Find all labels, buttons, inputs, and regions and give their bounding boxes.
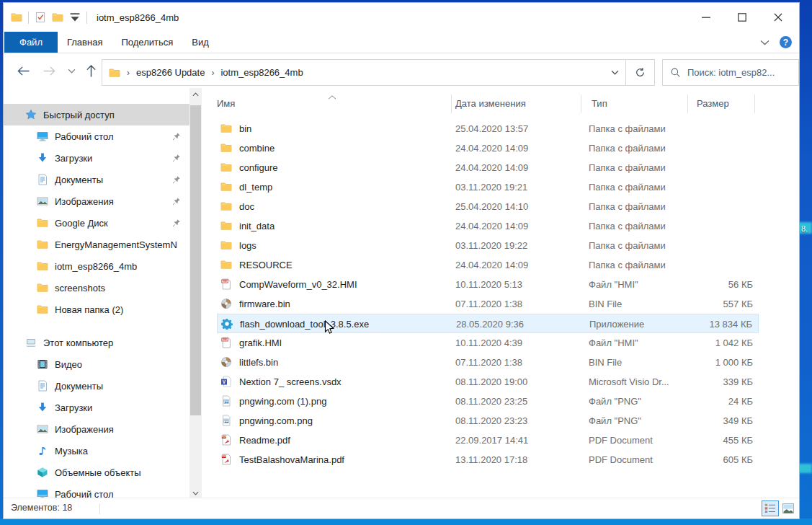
svg-text:PDF: PDF [222,455,226,458]
table-row[interactable]: RESOURCE24.04.2020 14:09Папка с файлами [202,255,800,275]
new-folder-icon[interactable] [52,12,63,23]
row-content[interactable]: HMIgrafik.HMI10.11.2020 4:39Файл "HMI"1 … [217,333,759,353]
column-divider[interactable] [754,94,755,113]
sidebar-item-новая-папка-2-[interactable]: Новая папка (2) [4,299,189,320]
table-row[interactable]: combine24.04.2020 14:09Папка с файлами [202,138,800,158]
pin-icon [171,219,181,228]
properties-check-icon[interactable] [35,12,46,23]
row-content[interactable]: dl_temp03.11.2020 19:21Папка с файлами [217,177,759,197]
status-bar: Элементов: 18 [4,498,799,519]
back-button[interactable] [15,63,31,79]
row-content[interactable]: RESOURCE24.04.2020 14:09Папка с файлами [217,255,759,275]
row-content[interactable]: bin25.04.2020 13:57Папка с файлами [217,119,759,138]
breadcrumb-segment[interactable]: esp8266 Update [136,67,205,78]
table-row[interactable]: logs03.11.2020 19:22Папка с файлами [202,236,800,255]
sidebar-item-изображения[interactable]: Изображения [4,418,189,440]
folder-icon [220,220,232,231]
column-divider[interactable] [581,94,581,113]
breadcrumb-segment[interactable]: iotm_esp8266_4mb [220,67,303,78]
sidebar-item-загрузки[interactable]: Загрузки [4,397,189,418]
sidebar-item-google-диск[interactable]: Google Диск [4,212,189,234]
row-content[interactable]: PDFReadme.pdf22.09.2017 14:41PDF Documen… [217,431,759,450]
row-content[interactable]: pngwing.com.png08.11.2020 23:23Файл "PNG… [217,411,759,431]
row-content[interactable]: pngwing.com (1).png08.11.2020 23:25Файл … [217,392,759,411]
customize-qat-dropdown-icon[interactable] [69,12,81,23]
maximize-button[interactable] [724,6,760,29]
sidebar-item-объемные-объекты[interactable]: Объемные объекты [4,462,189,483]
sidebar-item-изображения[interactable]: Изображения [4,190,189,212]
sidebar-item-документы[interactable]: Документы [4,169,189,190]
details-view-button[interactable] [762,500,779,516]
sidebar-item-рабочий-стол[interactable]: Рабочий стол [4,125,189,147]
sidebar-item-iotm-esp8266-4mb[interactable]: iotm_esp8266_4mb [4,255,189,277]
sidebar-item-документы[interactable]: Документы [4,375,189,397]
sort-ascending-icon[interactable] [328,91,336,95]
table-row[interactable]: PDFTestBalashovaMarina.pdf13.11.2020 17:… [202,450,800,469]
row-content[interactable]: firmware.bin07.11.2020 1:38BIN File557 К… [217,294,759,314]
large-icons-view-button[interactable] [780,500,797,516]
row-content[interactable]: init_data24.04.2020 14:09Папка с файлами [217,216,759,236]
table-row[interactable]: littlefs.bin07.11.2020 1:38BIN File1 000… [202,353,800,372]
recent-locations-chevron-icon[interactable] [66,63,77,79]
tab-view[interactable]: Вид [182,32,218,53]
file-type: Файл "PNG" [589,392,641,411]
up-button[interactable] [83,63,99,79]
sidebar-item-этот-компьютер[interactable]: Этот компьютер [4,332,189,353]
column-header-date-modified[interactable]: Дата изменения [455,98,526,109]
tab-home[interactable]: Главная [58,32,112,53]
column-header-name[interactable]: Имя [217,98,235,109]
table-row[interactable]: dl_temp03.11.2020 19:21Папка с файлами [202,177,800,197]
refresh-button[interactable] [626,60,654,85]
row-content[interactable]: VNextion 7_ screens.vsdx08.11.2020 19:00… [217,372,759,392]
table-row[interactable]: doc25.04.2020 14:10Папка с файлами [202,197,800,216]
close-button[interactable] [760,6,796,29]
sidebar-item-label: EnergyManagementSystemN [55,239,177,250]
table-row[interactable]: VNextion 7_ screens.vsdx08.11.2020 19:00… [202,372,800,392]
column-divider[interactable] [687,94,688,113]
column-divider[interactable] [451,94,452,113]
row-content[interactable]: combine24.04.2020 14:09Папка с файлами [217,138,759,158]
sidebar-scrollbar[interactable] [189,88,202,499]
ribbon-expand-chevron-icon[interactable] [760,40,769,45]
file-date-modified: 08.11.2020 19:00 [455,372,527,392]
row-content[interactable]: PDFTestBalashovaMarina.pdf13.11.2020 17:… [217,450,759,469]
sidebar-item-музыка[interactable]: Музыка [4,440,189,462]
sidebar-item-рабочий-стол[interactable]: Рабочий стол [4,483,189,499]
row-content[interactable]: doc25.04.2020 14:10Папка с файлами [217,197,759,216]
sidebar-item-видео[interactable]: Видео [4,353,189,375]
row-content[interactable]: logs03.11.2020 19:22Папка с файлами [217,236,759,255]
address-bar[interactable]: ›esp8266 Update›iotm_esp8266_4mb [102,59,655,86]
tab-file[interactable]: Файл [4,32,58,53]
sidebar-item-загрузки[interactable]: Загрузки [4,147,189,169]
pdf-file-icon: PDF [220,454,232,465]
table-row[interactable]: firmware.bin07.11.2020 1:38BIN File557 К… [202,294,800,314]
table-row[interactable]: HMICompWaveform_v0_32.HMI10.11.2020 5:13… [202,275,800,294]
table-row[interactable]: HMIgrafik.HMI10.11.2020 4:39Файл "HMI"1 … [202,333,800,353]
forward-button[interactable] [41,63,57,79]
search-box[interactable]: Поиск: iotm_esp82... [662,59,799,86]
address-dropdown-chevron-icon[interactable] [604,60,625,85]
row-content[interactable]: littlefs.bin07.11.2020 1:38BIN File1 000… [217,353,759,372]
table-row[interactable]: pngwing.com.png08.11.2020 23:23Файл "PNG… [202,411,800,431]
table-row[interactable]: PDFReadme.pdf22.09.2017 14:41PDF Documen… [202,431,800,450]
row-content[interactable]: configure24.04.2020 14:09Папка с файлами [217,158,759,177]
scrollbar-thumb[interactable] [190,105,201,415]
sidebar-item-energymanagementsystemn[interactable]: EnergyManagementSystemN [4,234,189,255]
table-row[interactable]: init_data24.04.2020 14:09Папка с файлами [202,216,800,236]
tab-share[interactable]: Поделиться [112,32,182,53]
sidebar-item-быстрый-доступ[interactable]: Быстрый доступ [4,104,189,125]
scrollbar-up-icon[interactable] [189,88,202,100]
column-header-type[interactable]: Тип [592,98,607,109]
pin-icon [171,154,181,163]
sidebar-item-screenshots[interactable]: screenshots [4,277,189,299]
table-row[interactable]: flash_download_tool_3.8.5.exe28.05.2020 … [202,314,800,333]
help-icon[interactable]: ? [780,36,792,48]
file-name: CompWaveform_v0_32.HMI [239,275,357,294]
table-row[interactable]: configure24.04.2020 14:09Папка с файлами [202,158,800,177]
row-content[interactable]: HMICompWaveform_v0_32.HMI10.11.2020 5:13… [217,275,759,294]
minimize-button[interactable] [688,6,724,29]
column-header-size[interactable]: Размер [697,98,729,109]
row-content[interactable]: flash_download_tool_3.8.5.exe28.05.2020 … [217,314,759,333]
table-row[interactable]: pngwing.com (1).png08.11.2020 23:25Файл … [202,392,800,411]
table-row[interactable]: bin25.04.2020 13:57Папка с файлами [202,119,800,138]
